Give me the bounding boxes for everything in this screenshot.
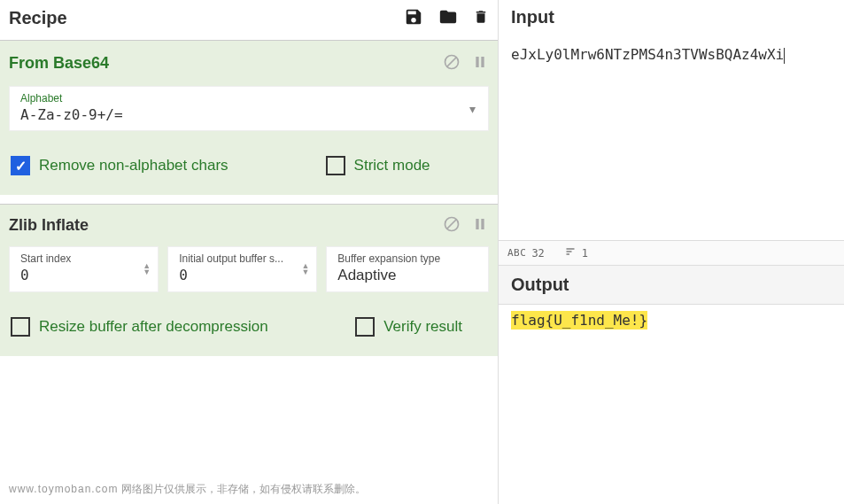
initial-buffer-value: 0	[179, 267, 307, 283]
remove-nonalpha-label: Remove non-alphabet chars	[39, 157, 228, 174]
svg-rect-7	[481, 219, 484, 229]
disable-icon[interactable]	[443, 215, 461, 236]
stepper-icon[interactable]: ▲▼	[301, 263, 309, 275]
verify-result-label: Verify result	[383, 318, 462, 336]
recipe-header: Recipe	[0, 0, 498, 40]
recipe-title: Recipe	[9, 8, 67, 28]
output-value: flag{U_f1nd_Me!}	[511, 311, 647, 330]
verify-result-checkbox[interactable]: Verify result	[355, 317, 462, 337]
operation-from-base64: From Base64 Alphabet A-Za-z0-9+/= ▾	[0, 40, 498, 195]
save-icon[interactable]	[404, 7, 423, 29]
char-count: 32	[531, 247, 544, 260]
alphabet-value: A-Za-z0-9+/=	[20, 106, 477, 123]
svg-rect-3	[481, 57, 484, 67]
char-label: ABC	[507, 247, 526, 259]
op-title-zlib: Zlib Inflate	[9, 216, 89, 235]
output-header: Output	[499, 266, 844, 305]
svg-rect-6	[476, 219, 478, 229]
stepper-icon[interactable]: ▲▼	[143, 263, 151, 275]
watermark-domain: www.toymoban.com	[9, 483, 118, 495]
pause-icon[interactable]	[473, 54, 487, 73]
input-title: Input	[511, 7, 832, 27]
start-index-label: Start index	[20, 252, 149, 265]
status-bar: ABC 32 1	[499, 240, 844, 266]
output-area[interactable]: flag{U_f1nd_Me!}	[499, 305, 844, 504]
operation-zlib-inflate: Zlib Inflate Start index 0 ▲▼ I	[0, 204, 498, 356]
lines-icon	[564, 246, 577, 260]
checkbox-checked-icon	[11, 156, 30, 175]
output-title: Output	[511, 275, 832, 295]
input-textarea[interactable]: eJxLy0lMrw6NTzPMS4n3TVWsBQAz4wXi	[499, 37, 844, 240]
input-value: eJxLy0lMrw6NTzPMS4n3TVWsBQAz4wXi	[511, 46, 784, 63]
initial-buffer-field[interactable]: Initial output buffer s... 0 ▲▼	[167, 246, 317, 292]
checkbox-icon	[326, 156, 345, 175]
alphabet-select[interactable]: Alphabet A-Za-z0-9+/= ▾	[9, 86, 489, 131]
buffer-expansion-label: Buffer expansion type	[337, 252, 479, 265]
text-cursor-icon	[784, 48, 785, 64]
op-title-base64: From Base64	[9, 54, 109, 73]
strict-mode-label: Strict mode	[354, 157, 430, 174]
start-index-value: 0	[20, 267, 149, 283]
start-index-field[interactable]: Start index 0 ▲▼	[9, 246, 159, 292]
svg-line-5	[447, 220, 456, 229]
input-header: Input	[499, 0, 844, 37]
resize-buffer-checkbox[interactable]: Resize buffer after decompression	[11, 317, 268, 337]
watermark-text: 网络图片仅供展示，非存储，如有侵权请联系删除。	[121, 483, 366, 495]
checkbox-icon	[11, 317, 30, 337]
pause-icon[interactable]	[473, 216, 487, 235]
checkbox-icon	[355, 317, 375, 337]
svg-rect-2	[476, 57, 478, 67]
alphabet-label: Alphabet	[20, 92, 477, 105]
disable-icon[interactable]	[443, 53, 461, 74]
svg-line-1	[447, 58, 456, 66]
remove-nonalpha-checkbox[interactable]: Remove non-alphabet chars	[11, 156, 228, 175]
trash-icon[interactable]	[473, 7, 489, 29]
strict-mode-checkbox[interactable]: Strict mode	[326, 156, 430, 175]
chevron-down-icon: ▾	[469, 102, 476, 116]
resize-buffer-label: Resize buffer after decompression	[39, 318, 268, 336]
buffer-expansion-field[interactable]: Buffer expansion type Adaptive	[326, 246, 489, 292]
buffer-expansion-value: Adaptive	[337, 267, 479, 284]
watermark: www.toymoban.com 网络图片仅供展示，非存储，如有侵权请联系删除。	[0, 475, 498, 504]
folder-icon[interactable]	[437, 7, 459, 29]
line-count: 1	[582, 247, 588, 260]
initial-buffer-label: Initial output buffer s...	[179, 252, 307, 265]
